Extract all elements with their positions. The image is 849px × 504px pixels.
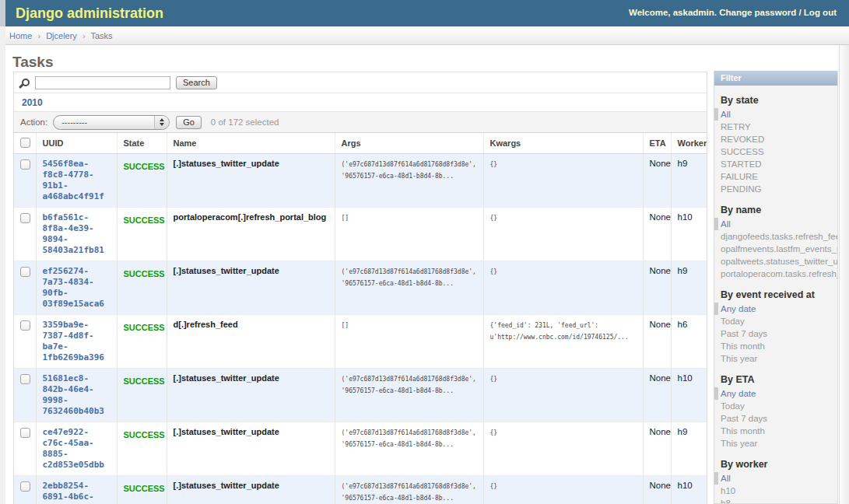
vertical-scrollbar[interactable] xyxy=(839,45,849,504)
change-password-link[interactable]: Change password xyxy=(719,8,796,17)
kwargs-value: {} xyxy=(490,427,637,439)
eta-value: None xyxy=(643,208,671,261)
task-name: [.]statuses_twitter_update xyxy=(167,369,335,422)
logout-link[interactable]: Log out xyxy=(804,8,837,17)
filter-option: This year xyxy=(714,437,837,450)
filter-link[interactable]: Past 7 days xyxy=(721,414,767,423)
filter-link[interactable]: Any date xyxy=(721,304,756,313)
filter-section-title: By worker xyxy=(721,459,831,470)
filter-option: All xyxy=(714,108,837,121)
search-icon xyxy=(22,79,30,86)
filter-link[interactable]: This month xyxy=(721,341,765,351)
row-checkbox[interactable] xyxy=(20,159,30,170)
breadcrumb-separator: › xyxy=(37,31,40,40)
filter-link[interactable]: opaltweets.statuses_twitter_update xyxy=(721,257,837,266)
filter-link[interactable]: FAILURE xyxy=(721,172,758,181)
row-checkbox[interactable] xyxy=(20,428,30,438)
filter-link[interactable]: STARTED xyxy=(721,159,762,169)
column-header-state[interactable]: State xyxy=(117,133,167,154)
filter-link[interactable]: All xyxy=(721,110,731,119)
worker-value: h10 xyxy=(671,208,707,261)
filter-section-title: By event received at xyxy=(721,289,831,300)
filter-link[interactable]: This year xyxy=(721,354,757,363)
args-value: ('e97c687d13d87f614a6d81768d8f3d8e', xyxy=(342,427,477,439)
filter-link[interactable]: SUCCESS xyxy=(721,147,764,156)
kwargs-value: {} xyxy=(490,481,637,492)
column-header-kwargs[interactable]: Kwargs xyxy=(483,133,643,154)
filter-link[interactable]: opalfmevents.lastfm_events_update xyxy=(721,244,837,254)
uuid-link[interactable]: 5456f8ea-f8c8-4778-91b1-a468abc4f91f xyxy=(43,159,111,202)
breadcrumb-home[interactable]: Home xyxy=(9,31,32,40)
search-input[interactable] xyxy=(35,76,170,89)
state-badge: SUCCESS xyxy=(124,430,165,439)
worker-value: h6 xyxy=(671,315,707,369)
uuid-link[interactable]: b6fa561c-8f8a-4e39-9894-58403a21fb81 xyxy=(43,212,111,256)
filter-link[interactable]: This month xyxy=(721,426,765,436)
state-badge: SUCCESS xyxy=(124,376,165,386)
filter-option: This month xyxy=(714,340,837,352)
worker-value: h9 xyxy=(671,154,707,208)
filter-option: Today xyxy=(714,400,837,412)
column-header-name[interactable]: Name xyxy=(167,133,335,154)
column-header-uuid[interactable]: UUID xyxy=(36,133,117,154)
action-label: Action: xyxy=(20,117,47,127)
column-header-args[interactable]: Args xyxy=(335,133,483,154)
column-header-worker[interactable]: Worker xyxy=(671,133,707,154)
site-brand-link[interactable]: Django administration xyxy=(5,0,163,22)
breadcrumb-app[interactable]: Djcelery xyxy=(46,31,77,40)
uuid-link[interactable]: ef256274-7a73-4834-90fb-03f89e15aca6 xyxy=(43,266,111,310)
filter-link[interactable]: h8 xyxy=(721,499,731,504)
row-select-cell xyxy=(14,369,36,422)
uuid-link[interactable]: 3359ba9e-7387-4d8f-ba7e-1fb6269ba396 xyxy=(43,320,111,363)
row-checkbox[interactable] xyxy=(20,267,30,277)
filter-option: FAILURE xyxy=(714,170,837,183)
column-header-eta[interactable]: ETA xyxy=(643,133,671,154)
row-checkbox[interactable] xyxy=(20,374,30,384)
filter-link[interactable]: All xyxy=(721,219,731,229)
filter-link[interactable]: PENDING xyxy=(721,184,761,194)
filter-link[interactable]: Today xyxy=(721,317,745,326)
filter-option: Any date xyxy=(714,387,837,400)
eta-value: None xyxy=(643,261,671,315)
table-row: ef256274-7a73-4834-90fb-03f89e15aca6 SUC… xyxy=(14,261,707,315)
username: askadmin. xyxy=(673,8,717,17)
search-button[interactable]: Search xyxy=(176,76,217,89)
filter-option: All xyxy=(714,218,837,230)
filter-link[interactable]: Today xyxy=(721,401,745,411)
filter-option: h8 xyxy=(714,497,837,504)
filter-option: djangofeeds.tasks.refresh_feed xyxy=(714,230,837,243)
uuid-link[interactable]: ce47e922-c76c-45aa-8885-c2d853e05dbb xyxy=(43,427,111,471)
task-name: d[.]refresh_feed xyxy=(167,315,335,369)
filter-option: Past 7 days xyxy=(714,327,837,340)
filter-link[interactable]: RETRY xyxy=(721,122,751,131)
date-hierarchy-year-link[interactable]: 2010 xyxy=(22,97,43,108)
row-checkbox[interactable] xyxy=(20,320,30,331)
filter-link[interactable]: All xyxy=(721,474,731,483)
select-all-checkbox[interactable] xyxy=(20,138,30,148)
action-select[interactable]: --------- xyxy=(53,115,170,130)
filter-option: This month xyxy=(714,425,837,437)
worker-value: h9 xyxy=(671,261,707,315)
state-badge: SUCCESS xyxy=(124,484,165,493)
worker-value: h10 xyxy=(671,476,707,504)
row-checkbox[interactable] xyxy=(20,481,30,492)
uuid-link[interactable]: 2ebb8254-6891-4b6c-a0e7-4ab90a494887 xyxy=(43,481,111,504)
filter-link[interactable]: portaloperacom.tasks.refresh_portal_blog xyxy=(721,269,837,278)
worker-value: h10 xyxy=(671,369,707,422)
breadcrumb: Home › Djcelery › Tasks xyxy=(0,26,849,45)
filter-link[interactable]: Any date xyxy=(721,389,756,398)
action-selected-option: --------- xyxy=(61,117,87,127)
row-checkbox[interactable] xyxy=(20,213,30,223)
filter-link[interactable]: This year xyxy=(721,439,757,448)
filter-link[interactable]: Past 7 days xyxy=(721,329,767,338)
eta-value: None xyxy=(643,476,671,504)
filter-link[interactable]: REVOKED xyxy=(721,135,764,144)
filter-link[interactable]: h10 xyxy=(721,486,735,495)
page-title: Tasks xyxy=(12,54,849,71)
uuid-link[interactable]: 51681ec8-842b-46e4-9998-7632460b40b3 xyxy=(43,373,111,417)
go-button[interactable]: Go xyxy=(176,116,202,129)
filter-link[interactable]: djangofeeds.tasks.refresh_feed xyxy=(721,232,837,241)
table-row: 5456f8ea-f8c8-4778-91b1-a468abc4f91f SUC… xyxy=(14,154,707,208)
kwargs-value: {} xyxy=(490,212,637,224)
select-all-header xyxy=(14,133,36,154)
